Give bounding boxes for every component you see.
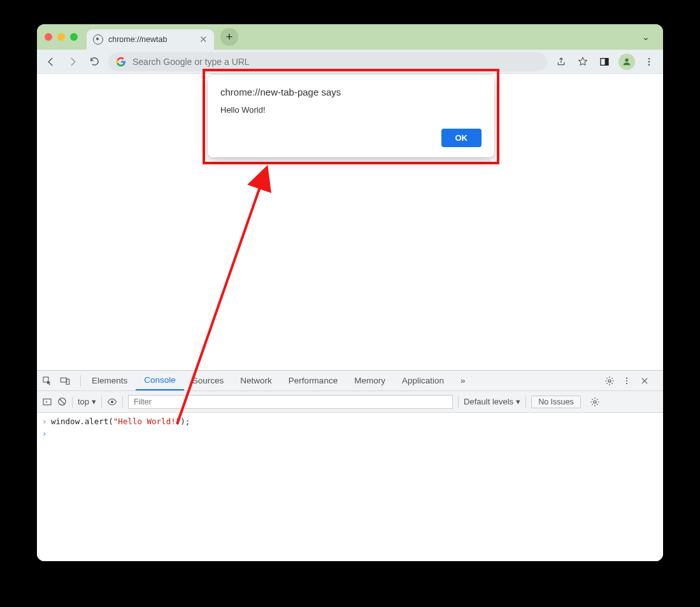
svg-point-12	[626, 380, 627, 381]
new-tab-button[interactable]: +	[220, 28, 238, 46]
svg-point-2	[625, 58, 628, 61]
devtools-tab-performance[interactable]: Performance	[280, 371, 346, 390]
tab-favicon	[93, 34, 103, 45]
svg-rect-1	[605, 58, 608, 65]
close-window-button[interactable]	[45, 33, 52, 41]
log-levels-selector[interactable]: Default levels ▾	[464, 397, 520, 406]
devtools-settings-button[interactable]	[604, 376, 622, 386]
tabs-dropdown-button[interactable]: ⌄	[636, 32, 655, 42]
devtools-tabs: Elements Console Sources Network Perform…	[37, 371, 663, 391]
forward-button[interactable]	[65, 54, 80, 69]
svg-point-5	[648, 64, 650, 65]
console-input-caret-icon: ›	[42, 417, 51, 426]
share-button[interactable]	[554, 54, 569, 69]
console-settings-button[interactable]	[590, 397, 600, 407]
code-fn: window.alert(	[51, 417, 113, 426]
devtools-tab-application[interactable]: Application	[394, 371, 452, 390]
context-selector[interactable]: top ▾	[78, 397, 96, 406]
page-content: chrome://new-tab-page says Hello World! …	[37, 74, 663, 370]
svg-point-16	[111, 401, 113, 403]
window-controls	[45, 33, 78, 41]
maximize-window-button[interactable]	[70, 33, 78, 41]
device-toolbar-button[interactable]	[60, 376, 78, 386]
svg-point-17	[594, 401, 596, 403]
address-input[interactable]	[132, 57, 539, 67]
chrome-menu-button[interactable]	[641, 54, 657, 69]
log-levels-label: Default levels	[464, 397, 513, 406]
tab-title: chrome://newtab	[108, 35, 167, 44]
console-body[interactable]: › window.alert("Hello World!"); ›	[37, 413, 663, 561]
console-sidebar-toggle[interactable]	[42, 397, 52, 407]
bookmark-button[interactable]	[575, 54, 590, 69]
browser-window: chrome://newtab ✕ + ⌄	[37, 24, 663, 561]
javascript-alert-dialog: chrome://new-tab-page says Hello World! …	[208, 75, 494, 157]
clear-console-button[interactable]	[57, 397, 67, 406]
context-label: top	[78, 397, 89, 406]
devtools-tab-console[interactable]: Console	[136, 371, 184, 390]
devtools-close-button[interactable]	[640, 376, 658, 385]
reload-button[interactable]	[87, 54, 102, 69]
svg-point-4	[648, 61, 650, 62]
console-prompt-caret-icon: ›	[42, 429, 51, 438]
svg-point-3	[648, 58, 650, 59]
chevron-down-icon: ▾	[516, 397, 520, 406]
devtools-tab-memory[interactable]: Memory	[346, 371, 394, 390]
profile-button[interactable]	[618, 54, 635, 70]
issues-button[interactable]: No Issues	[531, 396, 581, 408]
address-bar[interactable]	[108, 52, 547, 71]
svg-point-13	[626, 383, 627, 384]
inspect-element-button[interactable]	[42, 376, 60, 386]
svg-point-10	[608, 380, 611, 382]
devtools-tab-elements[interactable]: Elements	[83, 371, 136, 390]
minimize-window-button[interactable]	[57, 33, 65, 41]
devtools-tab-network[interactable]: Network	[232, 371, 280, 390]
devtools-panel: Elements Console Sources Network Perform…	[37, 370, 663, 561]
devtools-tabs-overflow[interactable]: »	[452, 371, 474, 390]
code-suffix: );	[180, 417, 190, 426]
chevron-down-icon: ▾	[92, 397, 96, 406]
svg-rect-8	[61, 378, 66, 382]
dialog-ok-button[interactable]: OK	[441, 129, 482, 147]
console-filter-input[interactable]	[128, 395, 453, 409]
console-code: window.alert("Hello World!");	[51, 417, 190, 426]
dialog-title: chrome://new-tab-page says	[220, 87, 482, 97]
code-string: "Hello World!"	[113, 417, 180, 426]
browser-tab[interactable]: chrome://newtab ✕	[87, 29, 214, 50]
tab-strip: chrome://newtab ✕ + ⌄	[37, 24, 663, 50]
devtools-tab-sources[interactable]: Sources	[184, 371, 232, 390]
dialog-message: Hello World!	[220, 105, 482, 115]
svg-point-11	[626, 377, 627, 378]
console-entry: › window.alert("Hello World!");	[37, 415, 663, 427]
console-prompt[interactable]: ›	[37, 427, 663, 439]
live-expression-button[interactable]	[107, 397, 117, 407]
side-panel-button[interactable]	[597, 54, 612, 69]
devtools-menu-button[interactable]	[622, 376, 640, 385]
back-button[interactable]	[43, 54, 59, 69]
console-toolbar: top ▾ Default levels ▾ No Issues	[37, 391, 663, 413]
close-tab-button[interactable]: ✕	[199, 34, 208, 45]
google-icon	[116, 57, 126, 67]
